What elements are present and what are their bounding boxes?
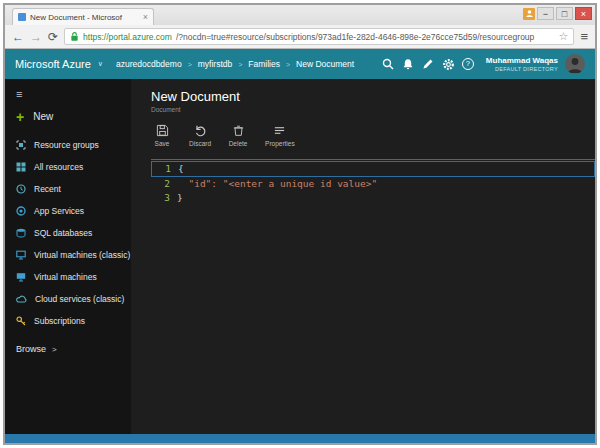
delete-trash-icon bbox=[232, 124, 245, 137]
sidebar-item-label: Resource groups bbox=[34, 140, 99, 150]
plus-icon: + bbox=[16, 112, 24, 122]
delete-button[interactable]: Delete bbox=[227, 124, 249, 147]
all-resources-icon bbox=[16, 162, 26, 172]
sidebar-item-virtual-machines[interactable]: Virtual machines bbox=[5, 266, 131, 288]
breadcrumb-separator-icon: > bbox=[238, 61, 242, 68]
breadcrumb-item[interactable]: Families bbox=[248, 59, 280, 69]
sidebar-item-cloud-services-classic[interactable]: Cloud services (classic) bbox=[5, 288, 131, 310]
breadcrumb: azuredocdbdemo > myfirstdb > Families > … bbox=[116, 59, 354, 69]
sidebar-item-sql-databases[interactable]: SQL databases bbox=[5, 222, 131, 244]
toolbar-label: Properties bbox=[265, 140, 295, 147]
sidebar-item-virtual-machines-classic[interactable]: Virtual machines (classic) bbox=[5, 244, 131, 266]
sidebar-item-recent[interactable]: Recent bbox=[5, 178, 131, 200]
lock-icon bbox=[70, 31, 79, 42]
sidebar-item-browse[interactable]: Browse > bbox=[5, 332, 131, 366]
user-name: Muhammad Waqas bbox=[486, 56, 558, 66]
recent-clock-icon bbox=[16, 184, 26, 194]
chevron-right-icon: > bbox=[52, 345, 57, 354]
browser-window: New Document - Microsof × − □ × ← → ⟳ ht… bbox=[3, 3, 597, 445]
editor-line[interactable]: 1 { bbox=[151, 161, 595, 177]
tab-title: New Document - Microsof bbox=[30, 13, 139, 22]
line-number: 1 bbox=[152, 162, 178, 176]
editor-line[interactable]: 3 } bbox=[151, 191, 595, 205]
browser-tab[interactable]: New Document - Microsof × bbox=[12, 8, 154, 25]
breadcrumb-item[interactable]: New Document bbox=[296, 59, 354, 69]
properties-button[interactable]: Properties bbox=[265, 124, 295, 147]
sidebar-item-app-services[interactable]: App Services bbox=[5, 200, 131, 222]
url-rest-part: /?nocdn=true#resource/subscriptions/973a… bbox=[176, 32, 555, 42]
properties-list-icon bbox=[273, 124, 286, 137]
save-button[interactable]: Save bbox=[151, 124, 173, 147]
close-button[interactable]: × bbox=[575, 7, 592, 20]
browser-menu-icon[interactable]: ≡ bbox=[580, 29, 588, 44]
toolbar-label: Discard bbox=[189, 140, 211, 147]
back-button[interactable]: ← bbox=[12, 31, 24, 43]
sidebar-hamburger-icon[interactable]: ≡ bbox=[5, 83, 131, 103]
breadcrumb-item[interactable]: myfirstdb bbox=[198, 59, 232, 69]
settings-gear-icon[interactable] bbox=[442, 58, 455, 71]
sidebar-item-label: Browse bbox=[16, 344, 46, 354]
bookmark-star-icon[interactable]: ☆ bbox=[559, 30, 569, 43]
sidebar-item-label: Subscriptions bbox=[34, 316, 85, 326]
page-subtitle: Document bbox=[151, 106, 595, 113]
sidebar-item-all-resources[interactable]: All resources bbox=[5, 156, 131, 178]
sidebar-item-label: SQL databases bbox=[34, 228, 92, 238]
tab-favicon-icon bbox=[18, 13, 26, 21]
refresh-button[interactable]: ⟳ bbox=[48, 31, 58, 43]
sidebar-item-label: Recent bbox=[34, 184, 61, 194]
breadcrumb-separator-icon: > bbox=[188, 61, 192, 68]
save-icon bbox=[156, 124, 169, 137]
blade-toolbar: Save Discard Delete Properties bbox=[151, 124, 595, 147]
sidebar-item-subscriptions[interactable]: Subscriptions bbox=[5, 310, 131, 332]
resource-groups-icon bbox=[16, 140, 26, 150]
account-menu[interactable]: Muhammad Waqas DEFAULT DIRECTORY bbox=[486, 56, 558, 72]
sidebar-item-label: Cloud services (classic) bbox=[35, 294, 124, 304]
code-text[interactable]: "id": "<enter a unique id value>" bbox=[177, 177, 377, 191]
window-controls: − □ × bbox=[523, 7, 592, 20]
line-number: 3 bbox=[151, 191, 177, 205]
help-icon[interactable]: ? bbox=[462, 58, 474, 70]
search-icon[interactable] bbox=[382, 58, 395, 71]
line-number: 2 bbox=[151, 177, 177, 191]
chevron-down-icon[interactable]: ∨ bbox=[98, 60, 103, 68]
minimize-button[interactable]: − bbox=[537, 7, 554, 20]
key-icon bbox=[16, 316, 26, 326]
code-text[interactable]: } bbox=[177, 191, 183, 205]
code-text[interactable]: { bbox=[178, 162, 184, 176]
azure-header: Microsoft Azure ∨ azuredocdbdemo > myfir… bbox=[5, 49, 595, 79]
avatar[interactable] bbox=[565, 54, 585, 74]
discard-button[interactable]: Discard bbox=[189, 124, 211, 147]
browser-addressbar: ← → ⟳ https://portal.azure.com /?nocdn=t… bbox=[5, 25, 595, 49]
document-blade: New Document Document Save Discard Delet… bbox=[131, 79, 595, 434]
sidebar-item-new[interactable]: + New bbox=[5, 103, 131, 134]
sidebar-item-label: New bbox=[33, 111, 53, 122]
url-secure-part: https://portal.azure.com bbox=[83, 32, 172, 42]
sidebar: ≡ + New Resource groups All resources Re… bbox=[5, 79, 131, 434]
toolbar-label: Delete bbox=[229, 140, 248, 147]
virtual-machine-icon bbox=[16, 272, 26, 282]
azure-brand[interactable]: Microsoft Azure bbox=[15, 58, 91, 70]
breadcrumb-separator-icon: > bbox=[286, 61, 290, 68]
page-title: New Document bbox=[151, 89, 595, 104]
maximize-button[interactable]: □ bbox=[556, 7, 573, 20]
breadcrumb-item[interactable]: azuredocdbdemo bbox=[116, 59, 182, 69]
notifications-bell-icon[interactable] bbox=[402, 58, 415, 71]
forward-button[interactable]: → bbox=[30, 31, 42, 43]
sidebar-item-resource-groups[interactable]: Resource groups bbox=[5, 134, 131, 156]
sidebar-item-label: Virtual machines (classic) bbox=[34, 250, 130, 260]
discard-undo-icon bbox=[194, 124, 207, 137]
profile-badge-icon[interactable] bbox=[523, 8, 535, 20]
user-directory: DEFAULT DIRECTORY bbox=[486, 66, 558, 73]
json-editor[interactable]: 1 { 2 "id": "<enter a unique id value>" … bbox=[151, 159, 595, 205]
feedback-pencil-icon[interactable] bbox=[422, 58, 435, 71]
sidebar-item-label: App Services bbox=[34, 206, 84, 216]
browser-titlebar: New Document - Microsof × − □ × bbox=[5, 5, 595, 25]
cloud-icon bbox=[16, 294, 27, 304]
sidebar-item-label: Virtual machines bbox=[34, 272, 97, 282]
url-field[interactable]: https://portal.azure.com /?nocdn=true#re… bbox=[64, 28, 574, 45]
virtual-machine-classic-icon bbox=[16, 250, 26, 260]
tab-close-icon[interactable]: × bbox=[143, 13, 148, 22]
app-services-icon bbox=[16, 206, 26, 216]
editor-line[interactable]: 2 "id": "<enter a unique id value>" bbox=[151, 177, 595, 191]
portal-content: ≡ + New Resource groups All resources Re… bbox=[5, 79, 595, 434]
